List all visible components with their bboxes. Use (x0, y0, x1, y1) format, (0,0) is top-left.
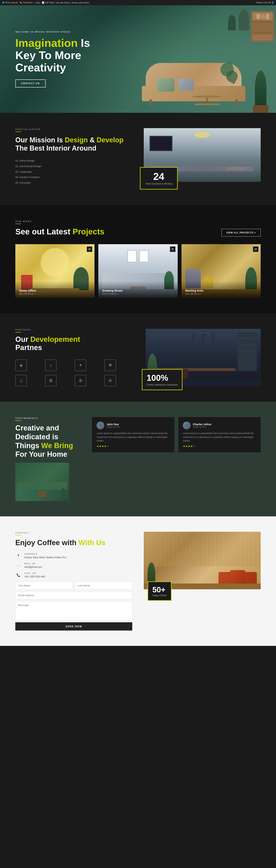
call-info: CALL US +91-1102-333-446 (24, 572, 45, 578)
project-name-home: Home Office (19, 289, 91, 292)
call-value: +91-1102-333-446 (24, 575, 45, 578)
hero-studio-label: WELCOME TO BRICKS INTERIOR STUDIO (15, 31, 96, 33)
first-name-input[interactable] (15, 582, 73, 589)
avatar-2: 👤 (183, 422, 191, 429)
test-title-p2: For Your Home (15, 450, 67, 458)
spec-image-container: 24 Years Experience Working (144, 128, 261, 189)
partners-section: PARTNERS Our Developement Partnes ◈ ⌂ ✦ … (0, 313, 276, 402)
testimonials-section: TESTIMONIALS Creative and Dedicated is T… (0, 402, 276, 516)
project-badge-meeting: ⟳ (253, 247, 258, 252)
admin-item[interactable]: 📄 Edit Page (42, 1, 54, 4)
reviewer-info-2: Charles Johns Owner at XYZ (193, 423, 211, 428)
spec-section-label: SPECIALIZATION (15, 128, 132, 132)
send-now-button[interactable]: SEND NOW (15, 622, 132, 630)
project-card-drawing-room[interactable]: ⟳ Drawing Room SEE DETAILS > (98, 244, 177, 298)
admin-item[interactable]: Edit with Bricks (56, 2, 70, 4)
percent-text: Clients Satisfaction Guarantee (147, 383, 178, 386)
contact-left: CONTACT Enjoy Coffee with With Us 📍 ADDR… (15, 532, 132, 631)
partners-title-highlight: Developement (30, 335, 80, 343)
test-title-highlight: We Bring (41, 441, 73, 450)
contact-section: CONTACT Enjoy Coffee with With Us 📍 ADDR… (0, 517, 276, 646)
avatar-1: 👤 (97, 422, 104, 429)
call-label: CALL US (24, 572, 45, 574)
clients-badge: 50+ Happy Clients (147, 581, 172, 601)
address-value: Kanpur Near Metro Station Palam Pur (24, 556, 66, 559)
hero-room-decoration (123, 5, 276, 113)
address-label: ADDRESS (24, 553, 66, 555)
partners-section-label: PARTNERS (15, 329, 130, 333)
last-name-input[interactable] (75, 582, 132, 589)
testimonial-stars-1: ★★★★☆ (97, 445, 170, 448)
address-info: ADDRESS Kanpur Near Metro Station Palam … (24, 553, 66, 559)
contact-room-image (144, 532, 261, 589)
contact-mail-item: ✉️ MAIL US info@gmail.com (15, 562, 132, 568)
spec-list-item: 03. Landscape (15, 169, 132, 175)
project-badge-drawing: ⟳ (170, 247, 175, 252)
form-email-row (15, 591, 132, 599)
email-input[interactable] (15, 591, 132, 599)
contact-title: Enjoy Coffee with With Us (15, 538, 132, 547)
project-badge-home: ⟳ (87, 247, 92, 252)
partners-left: PARTNERS Our Developement Partnes ◈ ⌂ ✦ … (15, 329, 130, 386)
contact-title-p1: Enjoy Coffee with (15, 539, 78, 547)
admin-item[interactable]: Render with Bricks (71, 2, 89, 4)
partner-logo-6: ⊠ (45, 375, 57, 386)
testimonial-card-2: 👤 Charles Johns Owner at XYZ Lorem ipsum… (178, 417, 261, 452)
spec-left: SPECIALIZATION Our Mission Is Design & D… (15, 128, 132, 185)
hero-shelf (251, 11, 274, 42)
reviewer-name-2: Charles Johns (193, 423, 211, 426)
spec-title-p2: & (88, 136, 97, 144)
testimonial-stars-2: ★★★★☆ (183, 445, 256, 448)
contact-call-item: 📞 CALL US +91-1102-333-446 (15, 572, 132, 578)
spec-list-item: 05. Consultan (15, 180, 132, 186)
hero-title: Imagination Is Key To More Creativity (15, 37, 96, 73)
reviewer-info-1: John Doe Owner at XYZ (107, 423, 120, 428)
percent-number: 100% (147, 373, 178, 383)
hero-monstera (220, 63, 238, 82)
contact-us-button[interactable]: CONTACT US (15, 80, 46, 88)
admin-item[interactable]: + New (34, 2, 40, 4)
project-see-meeting[interactable]: SEE DETAILS > (185, 293, 257, 295)
admin-bar-right: Howdy, Irinor Ali 👤 (256, 1, 274, 4)
spec-list-item: 04. Garden & Outdoor (15, 175, 132, 180)
specialization-section: SPECIALIZATION Our Mission Is Design & D… (0, 113, 276, 205)
location-icon: 📍 (15, 553, 22, 559)
testimonials-left: TESTIMONIALS Creative and Dedicated is T… (15, 417, 80, 501)
admin-item[interactable]: ✏️ Customize (20, 1, 33, 4)
partners-right: 100% Clients Satisfaction Guarantee (146, 329, 261, 386)
testimonial-text-1: Lorem ipsum is a placeholder text common… (97, 432, 170, 443)
hero-content: WELCOME TO BRICKS INTERIOR STUDIO Imagin… (0, 31, 111, 87)
project-card-meeting-area[interactable]: ⟳ Meeting Area SEE DETAILS > (181, 244, 261, 298)
admin-item[interactable]: 🔷 Brick Layouts (2, 1, 18, 4)
percent-badge: 100% Clients Satisfaction Guarantee (142, 369, 182, 390)
project-see-drawing[interactable]: SEE DETAILS > (102, 293, 174, 295)
years-text: Years Experience Working (145, 182, 172, 185)
clients-text: Happy Clients (152, 594, 167, 597)
contact-address-item: 📍 ADDRESS Kanpur Near Metro Station Pala… (15, 553, 132, 559)
clients-number: 50+ (152, 585, 167, 594)
partners-title-p1: Our (15, 335, 30, 343)
hero-large-plant (251, 70, 270, 113)
project-card-home-office[interactable]: ⟳ Home Office SEE DETAILS > (15, 244, 95, 298)
partner-logo-4: ❋ (104, 360, 116, 371)
project-name-meeting: Meeting Area (185, 289, 257, 292)
testimonial-card-1: 👤 John Doe Owner at XYZ Lorem ipsum is a… (92, 417, 174, 452)
partner-logo-2: ⌂ (45, 360, 57, 371)
work-header: See out Latest Projects VIEW ALL PROJECT… (15, 227, 261, 237)
testimonials-right: 👤 John Doe Owner at XYZ Lorem ipsum is a… (92, 417, 261, 452)
testimonials-sofa-image (15, 463, 69, 501)
spec-title-p1: Our Mission Is (15, 136, 65, 144)
testimonials-title: Creative and Dedicated is Things We Brin… (15, 424, 80, 459)
admin-user: Howdy, Irinor Ali 👤 (256, 1, 274, 4)
partners-logos-grid: ◈ ⌂ ✦ ❋ △ ⊠ ⊗ ⊕ (15, 360, 130, 386)
testimonials-section-label: TESTIMONIALS (15, 417, 80, 421)
work-title-highlight: Projects (73, 227, 104, 236)
project-see-home[interactable]: SEE DETAILS > (19, 293, 91, 295)
view-all-projects-button[interactable]: VIEW ALL PROJECTS > (221, 229, 261, 237)
testimonial-text-2: Lorem ipsum is a placeholder text common… (183, 432, 256, 443)
phone-icon: 📞 (15, 572, 22, 578)
spec-title-p3: The Best Interior Around (15, 144, 96, 152)
spec-title-h2: Develop (97, 136, 124, 144)
reviewer-role-1: Owner at XYZ (107, 426, 120, 428)
message-input[interactable] (15, 601, 132, 620)
